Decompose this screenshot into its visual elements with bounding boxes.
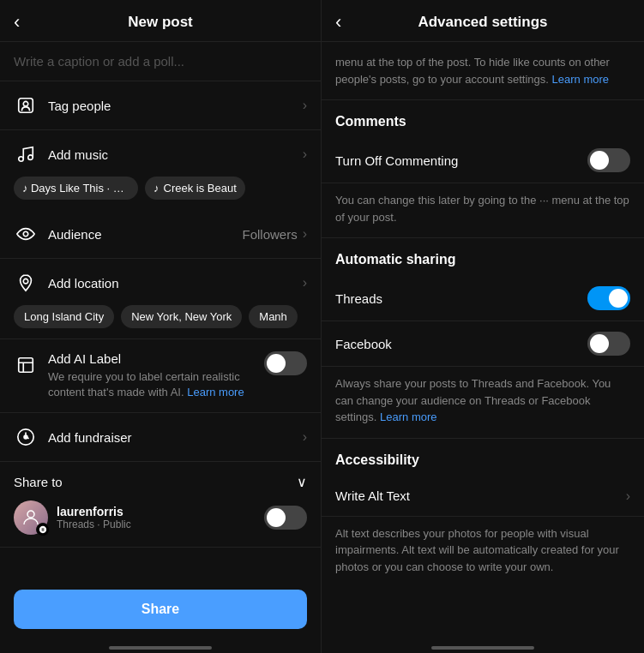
- location-tag-3[interactable]: Manh: [249, 305, 298, 328]
- audience-value: Followers: [242, 227, 297, 242]
- ai-learn-more-link[interactable]: Learn more: [187, 386, 244, 398]
- threads-toggle[interactable]: [587, 286, 630, 310]
- right-back-button[interactable]: ‹: [335, 11, 341, 33]
- audience-row[interactable]: Audience Followers ›: [0, 210, 321, 259]
- write-alt-text-label: Write Alt Text: [335, 488, 626, 503]
- add-music-chevron: ›: [303, 147, 307, 162]
- music-tag-1-text: Days Like This · Van Mo...: [31, 182, 129, 195]
- music-tag-2-icon: ♪: [153, 182, 159, 195]
- location-tag-1[interactable]: Long Island City: [14, 305, 114, 328]
- caption-placeholder: Write a caption or add a poll...: [14, 54, 184, 69]
- facebook-toggle[interactable]: [587, 332, 630, 356]
- tag-people-label: Tag people: [48, 99, 303, 113]
- avatar-wrap: [14, 500, 48, 535]
- facebook-row: Facebook: [322, 321, 644, 367]
- write-alt-text-chevron: ›: [626, 488, 630, 504]
- music-tags-container: ♪ Days Like This · Van Mo... ♪ Creek is …: [0, 170, 321, 210]
- user-info: laurenforris Threads · Public: [57, 505, 264, 530]
- share-to-user: laurenforris Threads · Public: [14, 500, 307, 535]
- ai-label-icon: [14, 353, 38, 377]
- tag-people-chevron: ›: [303, 98, 307, 113]
- share-button-wrap: Share: [0, 579, 321, 639]
- music-tag-2-text: Creek is Beaut: [164, 182, 237, 195]
- left-home-bar: [109, 646, 212, 650]
- location-tag-1-text: Long Island City: [24, 310, 104, 323]
- left-title: New post: [128, 14, 193, 31]
- ai-label-title: Add AI Label: [48, 351, 264, 366]
- music-tag-2[interactable]: ♪ Creek is Beaut: [145, 177, 245, 200]
- location-tag-2-text: New York, New York: [131, 310, 232, 323]
- auto-sharing-desc-text: Always share your posts to Threads and F…: [335, 377, 611, 423]
- right-content: menu at the top of the post. To hide lik…: [322, 42, 644, 639]
- user-sub: Threads · Public: [57, 518, 264, 530]
- svg-rect-6: [19, 358, 33, 373]
- intro-text: menu at the top of the post. To hide lik…: [322, 42, 644, 100]
- right-header: ‹ Advanced settings: [322, 0, 644, 42]
- svg-point-1: [23, 101, 28, 106]
- location-tags-container: Long Island City New York, New York Manh: [0, 298, 321, 338]
- add-location-chevron: ›: [303, 275, 307, 291]
- add-music-label: Add music: [48, 147, 303, 162]
- add-fundraiser-row[interactable]: Add fundraiser ›: [0, 413, 321, 462]
- facebook-label: Facebook: [335, 337, 587, 351]
- share-to-toggle[interactable]: [264, 506, 307, 530]
- music-tag-1[interactable]: ♪ Days Like This · Van Mo...: [14, 177, 138, 200]
- username: laurenforris: [57, 505, 264, 518]
- audience-icon: [14, 222, 38, 246]
- svg-point-2: [19, 157, 24, 162]
- accessibility-header: Accessibility: [322, 439, 644, 476]
- caption-area[interactable]: Write a caption or add a poll...: [0, 42, 321, 81]
- left-header: ‹ New post: [0, 0, 321, 42]
- intro-learn-more[interactable]: Learn more: [552, 73, 609, 86]
- turn-off-commenting-toggle[interactable]: [587, 148, 630, 172]
- add-music-row[interactable]: Add music ›: [0, 130, 321, 170]
- left-back-button[interactable]: ‹: [14, 11, 20, 33]
- alt-text-desc: Alt text describes your photos for peopl…: [322, 517, 644, 588]
- svg-point-4: [23, 231, 28, 237]
- alt-text-desc-text: Alt text describes your photos for peopl…: [335, 527, 619, 573]
- ai-label-description: We require you to label certain realisti…: [48, 369, 264, 400]
- auto-sharing-header: Automatic sharing: [322, 238, 644, 276]
- ai-label-toggle[interactable]: [264, 351, 307, 375]
- threads-label: Threads: [335, 291, 587, 306]
- location-tag-2[interactable]: New York, New York: [121, 305, 242, 328]
- commenting-desc: You can change this later by going to th…: [322, 183, 644, 238]
- ai-label-row: Add AI Label We require you to label cer…: [0, 338, 321, 413]
- ai-label-content: Add AI Label We require you to label cer…: [48, 351, 264, 400]
- right-title: Advanced settings: [418, 14, 547, 31]
- add-fundraiser-icon: [14, 425, 38, 449]
- share-to-section: Share to ∨ laurenforris Thre: [0, 462, 321, 548]
- svg-point-3: [28, 155, 33, 160]
- audience-label: Audience: [48, 227, 242, 242]
- add-fundraiser-label: Add fundraiser: [48, 430, 303, 445]
- right-home-indicator: [322, 639, 644, 653]
- left-home-indicator: [0, 639, 321, 653]
- svg-rect-0: [19, 99, 33, 113]
- commenting-desc-text: You can change this later by going to th…: [335, 194, 629, 224]
- add-music-icon: [14, 142, 38, 166]
- share-to-chevron: ∨: [297, 474, 307, 490]
- share-to-header[interactable]: Share to ∨: [14, 474, 307, 490]
- audience-chevron: ›: [303, 226, 307, 242]
- add-fundraiser-chevron: ›: [303, 429, 307, 445]
- tag-people-row[interactable]: Tag people ›: [0, 81, 321, 130]
- turn-off-commenting-row: Turn Off Commenting: [322, 138, 644, 183]
- add-location-icon: [14, 271, 38, 295]
- right-home-bar: [431, 646, 534, 650]
- share-button[interactable]: Share: [14, 590, 307, 629]
- add-location-row[interactable]: Add location ›: [0, 259, 321, 298]
- auto-sharing-learn-more[interactable]: Learn more: [380, 410, 436, 423]
- threads-badge: [36, 523, 50, 536]
- svg-point-5: [23, 279, 28, 284]
- left-panel: ‹ New post Write a caption or add a poll…: [0, 0, 322, 653]
- music-tag-1-icon: ♪: [22, 182, 27, 195]
- tag-people-icon: [14, 93, 38, 117]
- turn-off-commenting-label: Turn Off Commenting: [335, 153, 587, 168]
- write-alt-text-row[interactable]: Write Alt Text ›: [322, 476, 644, 517]
- svg-point-8: [23, 435, 28, 440]
- comments-section-header: Comments: [322, 100, 644, 138]
- right-panel: ‹ Advanced settings menu at the top of t…: [322, 0, 644, 653]
- threads-row: Threads: [322, 276, 644, 321]
- location-tag-3-text: Manh: [259, 310, 287, 323]
- auto-sharing-desc: Always share your posts to Threads and F…: [322, 367, 644, 439]
